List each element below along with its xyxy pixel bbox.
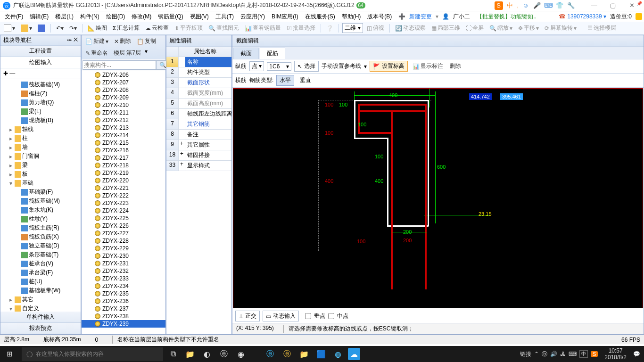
prop-row[interactable]: 8备注 (166, 130, 231, 140)
comp-copy[interactable]: 📋复制 (135, 36, 158, 46)
tree-item[interactable]: 独立基础(D) (1, 241, 80, 250)
tb-help[interactable]: ❔ (324, 24, 335, 33)
menu-modify[interactable]: 修改(M) (129, 12, 154, 22)
dyn-button[interactable]: ▭ 动态输入 (263, 311, 299, 321)
comp-item[interactable]: ZDYX-227 (82, 230, 165, 237)
comp-item[interactable]: ZDYX-214 (82, 132, 165, 139)
tree-item[interactable]: ▸板 (1, 170, 80, 179)
prop-row[interactable]: 5截面高度(mm) (166, 99, 231, 109)
tb-zoom[interactable]: 🔍 缩放 ▾ (487, 23, 514, 33)
tree-item[interactable]: 筏板基础(M) (1, 197, 80, 206)
tree-item[interactable]: 桩(U) (1, 277, 80, 286)
comp-item[interactable]: ZDYX-206 (82, 71, 165, 79)
mid-check[interactable] (328, 313, 334, 319)
prop-row[interactable]: 6轴线距左边线距离 (166, 109, 231, 119)
comp-item[interactable]: ZDYX-231 (82, 260, 165, 267)
tree-item[interactable]: ▸柱 (1, 134, 80, 143)
tree-item[interactable]: 筏板负筋(X) (1, 232, 80, 241)
comp-item[interactable]: ZDYX-229 (82, 245, 165, 252)
tree-item[interactable]: ▸门窗洞 (1, 152, 80, 161)
ime-shirt-icon[interactable]: 👕 (555, 1, 564, 10)
tb-undo[interactable]: ↶▾ (54, 24, 66, 33)
prop-row[interactable]: 1名称 (166, 57, 231, 67)
comp-item[interactable]: ZDYX-224 (82, 207, 165, 214)
prop-row[interactable]: 3截面形状 (166, 78, 231, 88)
ime-kbd-icon[interactable]: ⌨ (544, 1, 553, 10)
menu-view[interactable]: 视图(V) (187, 12, 212, 22)
comp-item[interactable]: ZDYX-212 (82, 116, 165, 124)
nav-sec-draw[interactable]: 绘图输入 (0, 57, 81, 68)
app2-icon[interactable]: ◉ (234, 346, 248, 362)
comp-item[interactable]: ZDYX-222 (82, 192, 165, 199)
tb-dyn[interactable]: 🔄 动态观察 (393, 23, 428, 33)
menu-cloud[interactable]: 云应用(Y) (238, 12, 268, 22)
folder-icon[interactable]: 📁 (183, 346, 197, 362)
tree-item[interactable]: 框柱(Z) (1, 89, 80, 98)
menu-edit[interactable]: 编辑(E) (27, 12, 51, 22)
comp-item[interactable]: ZDYX-232 (82, 267, 165, 275)
tree-item[interactable]: ▸墙 (1, 143, 80, 152)
tray-kbd-icon[interactable]: ⌨ (569, 351, 577, 357)
tray-vol-icon[interactable]: 🔊 (550, 351, 557, 357)
tb-full[interactable]: ⛶ 全屏 (464, 23, 486, 33)
comp-item[interactable]: ZDYX-230 (82, 252, 165, 260)
prop-row[interactable]: 9+其它属性 (166, 140, 231, 150)
del-button[interactable]: 删除 (448, 61, 463, 71)
comp-item[interactable]: ZDYX-219 (82, 169, 165, 177)
menu-version[interactable]: 版本号(B) (364, 12, 395, 22)
clock[interactable]: 10:572018/8/2 (601, 347, 630, 361)
tray-s-icon[interactable]: S (591, 351, 598, 357)
nav-sec-project[interactable]: 工程设置 (0, 46, 81, 57)
nav-sec-unit[interactable]: 单构件输入 (0, 312, 81, 323)
tree-item[interactable]: ▸其它 (1, 295, 80, 304)
tb-draw[interactable]: 📐绘图 (86, 23, 109, 33)
tb-2d[interactable]: 二维 ▾ (342, 23, 363, 33)
comp-item[interactable]: ZDYX-220 (82, 177, 165, 184)
comp-floor[interactable]: 楼层 第7层 (112, 48, 143, 58)
comp-list[interactable]: ZDYX-206ZDYX-207ZDYX-208ZDYX-209ZDYX-210… (82, 71, 165, 334)
menu-help[interactable]: 帮助(H) (339, 12, 364, 22)
tb-save[interactable] (36, 24, 47, 33)
tree-item[interactable]: 柱墩(Y) (1, 214, 80, 223)
menu-bim[interactable]: BIM应用(I) (269, 12, 301, 22)
tree-item[interactable]: 集水坑(K) (1, 206, 80, 214)
canvas[interactable]: 414.742 395.461 23.15 400 (233, 88, 643, 308)
vert-check[interactable] (305, 313, 311, 319)
app1-icon[interactable]: ◐ (200, 346, 214, 362)
comp-item[interactable]: ZDYX-215 (82, 139, 165, 147)
prop-row[interactable]: 4截面宽度(mm) (166, 88, 231, 99)
tray-net-icon[interactable]: 🖧 (560, 351, 566, 357)
comp-item[interactable]: ZDYX-225 (82, 214, 165, 222)
elev-button[interactable]: 🚩 设置标高 (370, 61, 408, 72)
taskview-icon[interactable]: ⧉ (166, 346, 180, 362)
tree-item[interactable]: 基础梁(F) (1, 188, 80, 197)
pin-icon[interactable]: 📌 (636, 1, 642, 6)
comp-item[interactable]: ZDYX-216 (82, 147, 165, 154)
edge-icon[interactable]: ⓔ (217, 346, 231, 362)
prop-row[interactable]: 7其它钢筋 (166, 119, 231, 130)
ie-icon[interactable]: ⓔ (263, 346, 277, 362)
select-button[interactable]: ↖ 选择 (294, 61, 319, 72)
tree-item[interactable]: ▾基础 (1, 179, 80, 188)
comp-item[interactable]: ZDYX-223 (82, 199, 165, 207)
comp-item[interactable]: ZDYX-218 (82, 162, 165, 169)
phone-link[interactable]: ☎ 13907298339 ▾ (559, 13, 606, 20)
app5-icon[interactable]: ☁ (348, 348, 360, 360)
horiz-button[interactable]: 水平 (276, 75, 294, 86)
tb-pan[interactable]: ✥ 平移 ▾ (516, 23, 541, 33)
tree-item[interactable]: 梁(L) (1, 107, 80, 116)
link-label[interactable]: 链接 (520, 350, 531, 358)
ime-face-icon[interactable]: ☺ (521, 1, 530, 10)
ime-cn-icon[interactable]: 中 (506, 1, 514, 10)
prop-row[interactable]: 33+显示样式 (166, 161, 231, 171)
prop-row[interactable]: 2构件类型 (166, 67, 231, 78)
tray-bt-icon[interactable]: ⓑ (542, 350, 547, 358)
tb-3d[interactable]: ▦ 局部三维 (429, 23, 462, 33)
tree-item[interactable]: ▸轴线 (1, 125, 80, 134)
comp-item[interactable]: ZDYX-228 (82, 237, 165, 245)
taskbar-search[interactable]: ◯ 在这里输入你要搜索的内容 (22, 347, 163, 361)
minimize-button[interactable]: — (585, 2, 603, 9)
comp-item[interactable]: ZDYX-210 (82, 101, 165, 109)
prop-tab[interactable]: 属性编辑 (166, 35, 231, 47)
comp-item[interactable]: ZDYX-237 (82, 305, 165, 313)
